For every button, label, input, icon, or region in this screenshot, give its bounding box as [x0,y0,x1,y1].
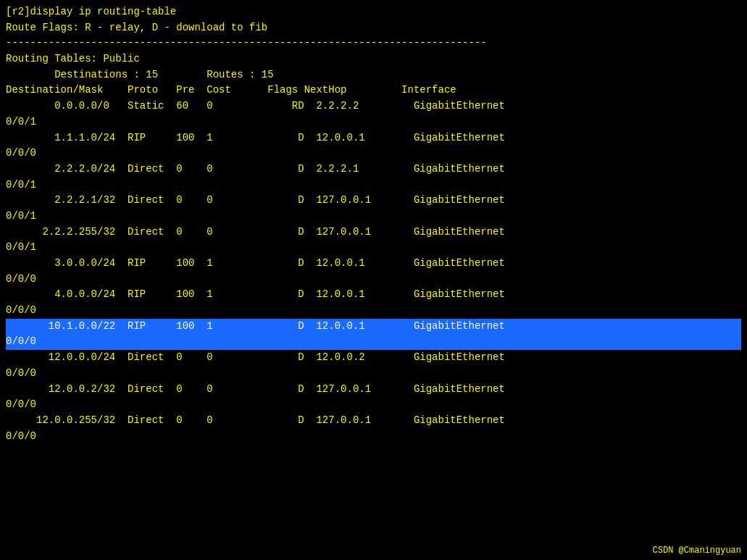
terminal-line: 0/0/1 [6,177,741,193]
terminal-line: 0/0/0 [6,366,741,382]
terminal-line: 2.2.2.0/24 Direct 0 0 D 2.2.2.1 GigabitE… [6,162,741,177]
terminal-line: 0/0/0 [6,397,741,413]
terminal-line: 0/0/1 [6,209,741,225]
terminal-line: 12.0.0.2/32 Direct 0 0 D 127.0.0.1 Gigab… [6,382,741,398]
watermark-label: CSDN @Cmaningyuan [653,546,741,556]
terminal-line: 0/0/0 [6,303,741,319]
terminal-line: 0/0/1 [6,114,741,130]
terminal-line: 12.0.0.0/24 Direct 0 0 D 12.0.0.2 Gigabi… [6,350,741,366]
terminal-line: Route Flags: R - relay, D - download to … [6,20,741,36]
terminal-line: 0/0/0 [6,334,741,350]
terminal-line: 0/0/1 [6,240,741,256]
terminal-line: 4.0.0.0/24 RIP 100 1 D 12.0.0.1 GigabitE… [6,287,741,303]
terminal-line: 0.0.0.0/0 Static 60 0 RD 2.2.2.2 Gigabit… [6,99,741,114]
terminal-line: Routing Tables: Public [6,51,741,67]
terminal-line: Destination/Mask Proto Pre Cost Flags Ne… [6,83,741,99]
terminal-line: 2.2.2.255/32 Direct 0 0 D 127.0.0.1 Giga… [6,225,741,241]
terminal-line: 0/0/0 [6,146,741,162]
terminal-line: 12.0.0.255/32 Direct 0 0 D 127.0.0.1 Gig… [6,413,741,429]
terminal-line: Destinations : 15 Routes : 15 [6,67,741,83]
terminal-line: ----------------------------------------… [6,35,741,51]
terminal-line: 0/0/0 [6,272,741,288]
terminal-line: [r2]display ip routing-table [6,4,741,20]
terminal-line: 2.2.2.1/32 Direct 0 0 D 127.0.0.1 Gigabi… [6,193,741,209]
terminal-line: 10.1.0.0/22 RIP 100 1 D 12.0.0.1 Gigabit… [6,319,741,335]
terminal-line: 1.1.1.0/24 RIP 100 1 D 12.0.0.1 GigabitE… [6,130,741,146]
terminal-line: 3.0.0.0/24 RIP 100 1 D 12.0.0.1 GigabitE… [6,256,741,272]
terminal-window: [r2]display ip routing-tableRoute Flags:… [0,0,747,560]
terminal-line: 0/0/0 [6,429,741,445]
